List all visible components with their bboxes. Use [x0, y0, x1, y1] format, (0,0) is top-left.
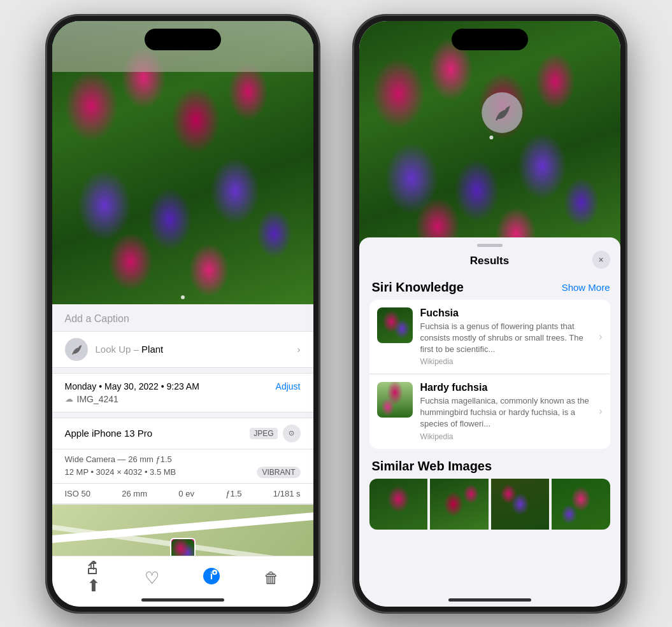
leaf-siri-icon	[492, 103, 511, 122]
fuchsia-thumbnail	[377, 307, 413, 343]
web-image-4[interactable]	[552, 479, 610, 530]
fuchsia-name: Fuchsia	[420, 307, 592, 319]
fuchsia-body: Fuchsia Fuchsia is a genus of flowering …	[420, 307, 592, 367]
knowledge-card: Fuchsia Fuchsia is a genus of flowering …	[369, 300, 610, 449]
fuchsia-source: Wikipedia	[420, 357, 592, 366]
meta-section: Monday • May 30, 2022 • 9:23 AM Adjust ☁…	[52, 373, 313, 412]
phones-container: Add a Caption Look Up – Plant ›	[33, 2, 640, 626]
delete-button[interactable]: 🗑	[264, 569, 279, 587]
results-header: Results ×	[359, 247, 620, 272]
photo-area[interactable]	[52, 21, 313, 304]
format-badge: JPEG	[250, 428, 277, 439]
results-title: Results	[470, 255, 509, 267]
heart-icon: ♡	[145, 568, 159, 588]
svg-rect-1	[89, 568, 96, 574]
caption-row[interactable]: Add a Caption	[52, 304, 313, 332]
camera-specs: Wide Camera — 26 mm ƒ1.5 12 MP • 3024 × …	[52, 449, 313, 484]
lookup-row[interactable]: Look Up – Plant ›	[52, 332, 313, 368]
cloud-icon: ☁	[65, 394, 73, 404]
meta-date: Monday • May 30, 2022 • 9:23 AM	[65, 381, 199, 391]
device-badges: JPEG ⊙	[250, 425, 300, 442]
meta-filename-row: ☁ IMG_4241	[65, 394, 301, 404]
knowledge-item-fuchsia[interactable]: Fuchsia Fuchsia is a genus of flowering …	[369, 300, 610, 375]
vibrant-badge: VIBRANT	[257, 467, 300, 478]
hardy-fuchsia-source: Wikipedia	[420, 432, 592, 441]
web-image-1[interactable]	[369, 479, 428, 530]
hardy-fuchsia-body: Hardy fuchsia Fuchsia magellanica, commo…	[420, 382, 592, 441]
exif-iso: ISO 50	[65, 489, 90, 498]
page-indicator-dot	[181, 295, 185, 299]
left-phone-screen: Add a Caption Look Up – Plant ›	[52, 21, 313, 607]
exif-focal: 26 mm	[122, 489, 147, 498]
exif-shutter: 1/181 s	[273, 489, 301, 498]
lookup-label: Look Up – Plant	[96, 344, 164, 355]
lookup-icon	[65, 338, 88, 361]
siri-lookp-badge	[482, 92, 522, 133]
device-name: Apple iPhone 13 Pro	[65, 428, 153, 439]
meta-date-row: Monday • May 30, 2022 • 9:23 AM Adjust	[65, 381, 301, 391]
web-image-3[interactable]	[491, 479, 550, 530]
right-photo-area	[359, 21, 620, 263]
svg-text:✦: ✦	[213, 570, 217, 575]
knowledge-item-hardy-fuchsia[interactable]: Hardy fuchsia Fuchsia magellanica, commo…	[369, 374, 610, 449]
results-panel: Results × Siri Knowledge Show More	[359, 237, 620, 607]
photo-info-area: Add a Caption Look Up – Plant ›	[52, 304, 313, 568]
results-content[interactable]: Siri Knowledge Show More Fuchsia Fuchsia…	[359, 272, 620, 603]
right-phone-screen: Results × Siri Knowledge Show More	[359, 21, 620, 607]
siri-knowledge-header: Siri Knowledge Show More	[372, 280, 610, 295]
dynamic-island	[145, 29, 221, 50]
meta-filename: IMG_4241	[77, 394, 118, 404]
hardy-fuchsia-name: Hardy fuchsia	[420, 382, 592, 393]
left-phone: Add a Caption Look Up – Plant ›	[46, 15, 320, 613]
web-images-title: Similar Web Images	[372, 459, 492, 474]
camera-specs-line2: 12 MP • 3024 × 4032 • 3.5 MB VIBRANT	[65, 467, 301, 478]
similar-web-images-section: Similar Web Images	[369, 459, 610, 530]
share-icon: ⬆	[87, 576, 101, 596]
camera-mp: 12 MP • 3024 × 4032 • 3.5 MB	[65, 467, 176, 477]
hardy-fuchsia-desc: Fuchsia magellanica, commonly known as t…	[420, 395, 592, 430]
lookup-chevron: ›	[297, 344, 301, 355]
web-images-row	[369, 479, 610, 530]
device-section: Apple iPhone 13 Pro JPEG ⊙ Wide Camera —…	[52, 418, 313, 505]
close-button[interactable]: ×	[592, 251, 610, 269]
hardy-fuchsia-thumbnail	[377, 382, 413, 418]
right-flower-background	[359, 21, 620, 263]
hardy-fuchsia-chevron: ›	[599, 382, 602, 441]
camera-specs-line1: Wide Camera — 26 mm ƒ1.5	[65, 454, 301, 464]
web-image-2[interactable]	[430, 479, 489, 530]
home-indicator	[141, 598, 224, 602]
exif-row: ISO 50 26 mm 0 ev ƒ1.5 1/181 s	[52, 484, 313, 504]
siri-dot	[489, 136, 493, 139]
info-button[interactable]: i ✦	[203, 567, 220, 589]
right-phone: Results × Siri Knowledge Show More	[353, 15, 627, 613]
caption-placeholder[interactable]: Add a Caption	[65, 313, 129, 324]
home-indicator-right	[448, 598, 531, 602]
device-row: Apple iPhone 13 Pro JPEG ⊙	[52, 418, 313, 449]
show-more-button[interactable]: Show More	[562, 282, 610, 293]
dynamic-island-right	[452, 29, 528, 50]
exif-ev: 0 ev	[178, 489, 194, 498]
exif-aperture: ƒ1.5	[225, 489, 241, 498]
fuchsia-chevron: ›	[599, 307, 602, 367]
share-button[interactable]: ⬆	[86, 561, 101, 596]
info-icon: i ✦	[203, 567, 220, 589]
adjust-button[interactable]: Adjust	[276, 381, 301, 391]
fuchsia-desc: Fuchsia is a genus of flowering plants t…	[420, 321, 592, 356]
leaf-icon	[70, 343, 83, 356]
siri-knowledge-title: Siri Knowledge	[372, 280, 464, 295]
location-badge: ⊙	[283, 425, 301, 442]
web-images-header: Similar Web Images	[372, 459, 610, 474]
trash-icon: 🗑	[264, 569, 279, 587]
favorite-button[interactable]: ♡	[145, 568, 159, 588]
